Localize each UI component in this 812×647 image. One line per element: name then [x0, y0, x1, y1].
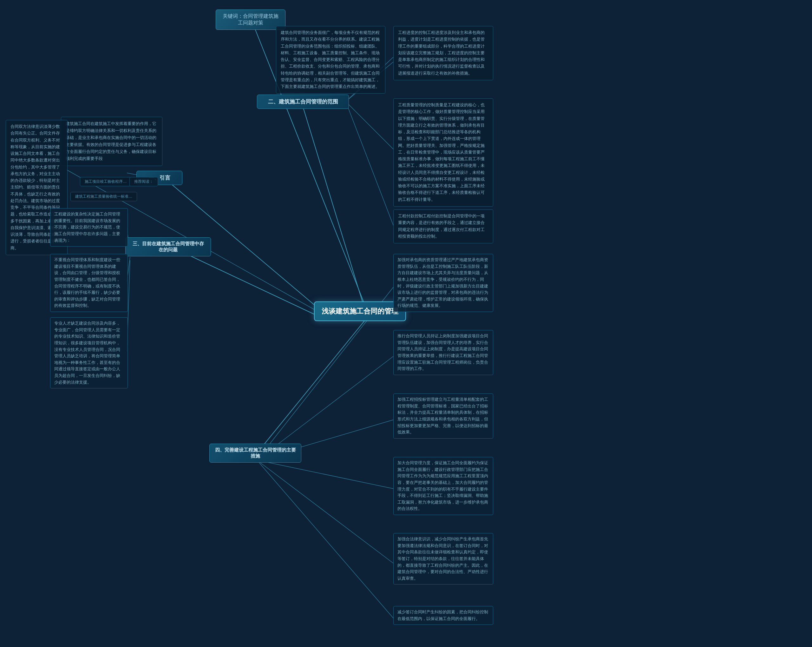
scope-d1-text: 建筑合同管理的业务面很广，每项业务不仅有规范的程序和方法，而且又存在看不分分界的… [281, 31, 380, 89]
solution-6-text: 减少签订合同时产生纠纷的因素，把合同纠纷控制在最低范围内，以保证施工合同的全面履… [397, 610, 488, 621]
svg-line-10 [346, 101, 393, 149]
scope-d3: 工程质量管理的控制质量是工程建设的核心，也是管理的核心工作，做好质量管理控制应当… [393, 98, 493, 206]
problem-1: 工程建设的复杂性决定施工合同管理的重要性。目前我国建设市场发展的不完善，建设交易… [50, 208, 128, 246]
problem-2: 不重视合同管理体系和制度建设一些建设项目不重视合同管理体系的建设，合同由口管理，… [50, 254, 128, 312]
solution-1-text: 加强对承包商的资质管理通过严产地建筑承包商资质管理队伍，从信是工控制施工队工队伍… [397, 258, 488, 308]
intro-link-2[interactable]: 建筑工程施工质量验收统一标准… [70, 192, 137, 201]
scope-d4-text: 工程付款控制工程付款控制是合同管理中的一项重要内容，是进行有效的手段之，通过建立… [398, 214, 485, 239]
svg-line-20 [257, 460, 393, 618]
problem-2-text: 不重视合同管理体系和制度建设一些建设项目不重视合同管理体系的建设，合同由口管理，… [54, 258, 120, 308]
central-text: 浅谈建筑施工合同的管理 [322, 307, 398, 315]
solution-4-text: 加大合同管理力度，保证施工合同全面履约为保证施工合同全面履行，建设行政管理部门应… [397, 461, 488, 511]
svg-line-19 [257, 460, 393, 563]
keyword-text: 关键词：合同管理建筑施工问题对策 [223, 13, 278, 25]
section-scope-label: 二、建筑施工合同管理的范围 [268, 99, 338, 105]
section-scope: 二、建筑施工合同管理的范围 [257, 95, 349, 109]
section-problems-label: 三、目前在建筑施工合同管理中存在的问题 [133, 241, 204, 252]
solution-2-text: 推行合同管理人员持证上岗制度加强建设项目合同管理队伍建设，加强合同管理人才的培养… [397, 334, 488, 371]
central-node: 浅谈建筑施工合同的管理 [314, 301, 406, 321]
solution-1: 加强对承包商的资质管理通过严产地建筑承包商资质管理队伍，从信是工控制施工队工队伍… [393, 254, 493, 312]
intro-link-rec: 推荐阅读： [130, 177, 158, 186]
section-problems: 三、目前在建筑施工合同管理中存在的问题 [125, 237, 211, 256]
solution-5-text: 加强合法律意识识，减少合同纠纷产生承包商首先要加强遵法律法规和合同意识，在签订合… [397, 537, 488, 581]
svg-line-3 [171, 247, 314, 314]
keyword-node: 关键词：合同管理建筑施工问题对策 [216, 9, 285, 30]
intro-main-detail: 建筑施工合同在建筑施工中发挥着重要的作用，它是缔约双方明确法律关系和一切权利及责… [61, 117, 162, 166]
problem-3: 专业人才缺乏建设合同涉及内容多，专业面广，合同管理人员需要有一定的专业技术知识、… [50, 317, 128, 389]
problem-1-text: 工程建设的复杂性决定施工合同管理的重要性。目前我国建设市场发展的不完善，建设交易… [54, 212, 120, 243]
problem-3-text: 专业人才缺乏建设合同涉及内容多，专业面广，合同管理人员需要有一定的专业技术知识、… [54, 321, 120, 385]
intro-link-1[interactable]: 施工项目竣工验收程序… [80, 177, 131, 186]
svg-line-2 [301, 101, 365, 309]
solution-6: 减少签订合同时产生纠纷的因素，把合同纠纷控制在最低范围内，以保证施工合同的全面履… [393, 606, 493, 625]
scope-d2: 工程进度的控制工程进度涉及到业主和承包商的利益，进度计划是工程进度控制的依据，也… [393, 26, 493, 80]
scope-d4: 工程付款控制工程付款控制是合同管理中的一项重要内容，是进行有效的手段之，通过建立… [393, 210, 493, 243]
solution-3-text: 加强工程招投标管理建立与工程量清单相配套的工程管理制度、合同管理标准，国家已经出… [397, 397, 488, 434]
scope-d2-text: 工程进度的控制工程进度涉及到业主和承包商的利益，进度计划是工程进度控制的依据，也… [398, 31, 485, 75]
section-solutions-label: 四、完善建设工程施工合同管理的主要措施 [215, 447, 296, 459]
solution-3: 加强工程招投标管理建立与工程量清单相配套的工程管理制度、合同管理标准，国家已经出… [393, 393, 493, 439]
intro-main-text: 建筑施工合同在建筑施工中发挥着重要的作用，它是缔约双方明确法律关系和一切权利及责… [66, 121, 156, 161]
scope-d1: 建筑合同管理的业务面很广，每项业务不仅有规范的程序和方法，而且又存在看不分分界的… [276, 26, 385, 93]
svg-line-11 [346, 101, 393, 225]
solution-4: 加大合同管理力度，保证施工合同全面履约为保证施工合同全面履行，建设行政管理部门应… [393, 457, 493, 515]
svg-line-18 [257, 460, 393, 489]
scope-d3-text: 工程质量管理的控制质量是工程建设的核心，也是管理的核心工作，做好质量管理控制应当… [398, 103, 485, 202]
svg-line-4 [257, 321, 365, 453]
solution-5: 加强合法律意识识，减少合同纠纷产生承包商首先要加强遵法律法规和合同意识，在签订合… [393, 533, 493, 584]
solution-2: 推行合同管理人员持证上岗制度加强建设项目合同管理队伍建设，加强合同管理人才的培养… [393, 330, 493, 375]
mindmap-container: line, path { stroke: #2a7a9a; stroke-wid… [0, 0, 812, 647]
section-solutions: 四、完善建设工程施工合同管理的主要措施 [209, 444, 301, 463]
